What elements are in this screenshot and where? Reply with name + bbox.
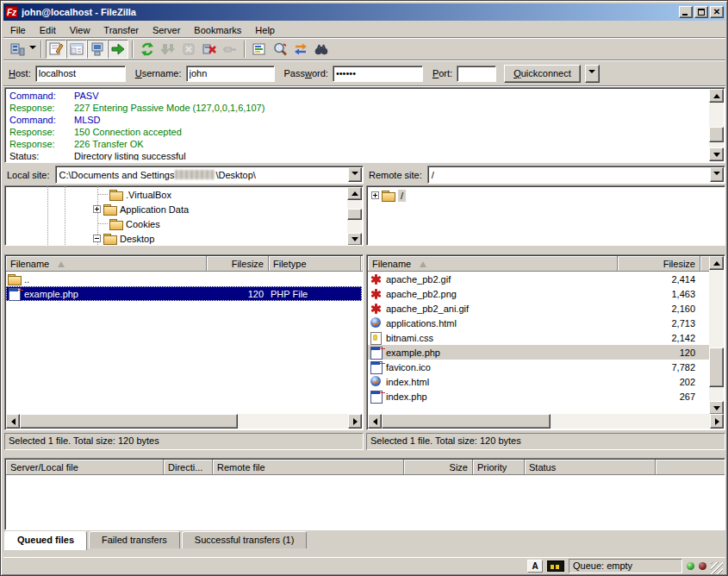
scroll-down-button[interactable]	[709, 401, 724, 415]
scroll-down-button[interactable]	[709, 147, 724, 161]
scroll-up-button[interactable]	[347, 187, 362, 200]
quickconnect-button[interactable]: Quickconnect	[504, 65, 581, 83]
scroll-down-button[interactable]	[347, 233, 362, 246]
tab-failed-transfers[interactable]: Failed transfers	[89, 531, 180, 548]
site-manager-dropdown[interactable]	[28, 40, 37, 59]
scroll-left-button[interactable]	[368, 414, 382, 429]
remote-site-dropdown[interactable]	[710, 167, 724, 182]
v-scrollbar-thumb[interactable]	[709, 127, 724, 142]
menu-transfer[interactable]: Transfer	[96, 23, 146, 37]
scroll-right-button[interactable]	[710, 414, 724, 429]
host-input[interactable]	[35, 66, 126, 82]
local-site-combobox[interactable]: C:\Documents and Settings\Desktop\	[55, 166, 364, 184]
menu-edit[interactable]: Edit	[33, 23, 63, 37]
cancel-operation-button[interactable]	[178, 40, 199, 59]
tree-item-virtualbox[interactable]: .VirtualBox	[97, 187, 171, 202]
file-row[interactable]: index.html202	[368, 374, 709, 389]
host-label: Host:	[9, 68, 31, 78]
quickconnect-dropdown[interactable]	[585, 65, 600, 83]
queue-header-direction[interactable]: Directi...	[164, 460, 213, 475]
tab-queued-files[interactable]: Queued files	[4, 531, 87, 550]
menu-view[interactable]: View	[63, 23, 97, 37]
image-file-icon	[370, 303, 383, 315]
expand-icon[interactable]	[93, 205, 101, 213]
php-file-icon	[370, 391, 383, 403]
find-files-button[interactable]	[311, 40, 332, 59]
tree-item-cookies[interactable]: Cookies	[97, 216, 160, 231]
file-row[interactable]: favicon.ico7,782	[368, 360, 709, 374]
port-input[interactable]	[457, 66, 496, 82]
log-line: Status:Directory listing successful	[7, 150, 708, 160]
minimize-button[interactable]	[679, 6, 693, 18]
queue-header-status[interactable]: Status	[525, 460, 656, 475]
synchronized-browsing-button[interactable]	[290, 40, 311, 59]
column-header-filesize[interactable]: Filesize	[618, 256, 700, 272]
refresh-button[interactable]	[137, 40, 158, 59]
v-scrollbar-thumb[interactable]	[709, 347, 724, 387]
username-input[interactable]	[186, 66, 275, 82]
queue-header-priority[interactable]: Priority	[473, 460, 525, 475]
password-input[interactable]	[333, 66, 423, 82]
scroll-up-button[interactable]	[709, 89, 724, 103]
file-row[interactable]: index.php267	[368, 389, 709, 404]
tree-guide	[65, 186, 65, 245]
file-row[interactable]: applications.html2,713	[368, 316, 709, 330]
chevron-down-icon	[588, 70, 595, 77]
expand-icon[interactable]	[371, 191, 379, 199]
file-row[interactable]: apache_pb2.png1,463	[368, 286, 709, 301]
transfer-queue: Server/Local file Directi... Remote file…	[4, 458, 725, 530]
queue-header-local-file[interactable]: Server/Local file	[6, 460, 164, 475]
v-scrollbar-thumb[interactable]	[347, 209, 362, 220]
tab-successful-transfers[interactable]: Successful transfers (1)	[182, 531, 308, 548]
reconnect-button[interactable]	[220, 40, 240, 59]
scroll-right-button[interactable]	[348, 414, 362, 429]
sort-ascending-icon	[58, 261, 65, 267]
message-log-icon	[48, 41, 64, 57]
local-site-label: Local site:	[4, 170, 55, 180]
file-row[interactable]: bitnami.css2,142	[368, 330, 709, 345]
column-header-filesize[interactable]: Filesize	[207, 256, 269, 272]
scroll-left-button[interactable]	[6, 414, 20, 429]
file-row-parent[interactable]: ..	[6, 272, 362, 286]
h-scrollbar-thumb[interactable]	[382, 414, 551, 429]
file-row[interactable]: apache_pb2.gif2,414	[368, 272, 709, 286]
menu-bookmarks[interactable]: Bookmarks	[187, 23, 248, 37]
toggle-transfer-queue-button[interactable]	[108, 40, 128, 59]
local-site-dropdown[interactable]	[348, 167, 362, 182]
queue-header-size[interactable]: Size	[404, 460, 473, 475]
speed-limit-icon	[547, 560, 564, 572]
toggle-message-log-button[interactable]	[46, 40, 66, 59]
column-header-filetype[interactable]: Filetype	[269, 256, 361, 272]
queue-header-filler	[656, 460, 725, 475]
disconnect-button[interactable]	[199, 40, 220, 59]
file-row-example-php[interactable]: example.php120	[368, 345, 709, 360]
menu-file[interactable]: File	[3, 23, 33, 37]
resize-grip[interactable]	[711, 562, 723, 574]
toolbar-separator	[40, 41, 42, 58]
scroll-up-button[interactable]	[709, 256, 724, 270]
h-scrollbar-thumb[interactable]	[20, 414, 238, 429]
css-file-icon	[370, 332, 383, 344]
column-header-filename[interactable]: Filename	[368, 256, 618, 272]
menu-help[interactable]: Help	[248, 23, 282, 37]
menu-server[interactable]: Server	[146, 23, 187, 37]
tree-item-application-data[interactable]: Application Data	[93, 202, 189, 216]
column-header-filename[interactable]: Filename	[6, 256, 207, 272]
directory-comparison-button[interactable]	[270, 40, 290, 59]
tree-item-root[interactable]: /	[371, 188, 406, 203]
close-button[interactable]: ✕	[710, 6, 724, 18]
collapse-icon[interactable]	[93, 235, 101, 242]
remote-site-combobox[interactable]: /	[427, 166, 725, 184]
tree-item-desktop[interactable]: Desktop	[93, 231, 154, 246]
toggle-remote-tree-button[interactable]	[87, 40, 108, 59]
process-queue-button[interactable]	[158, 40, 178, 59]
queue-header-remote-file[interactable]: Remote file	[213, 460, 404, 475]
toggle-local-tree-button[interactable]	[66, 40, 87, 59]
log-line: Command:PASV	[7, 90, 708, 102]
maximize-button[interactable]	[694, 6, 708, 18]
filter-button[interactable]	[249, 40, 270, 59]
site-manager-button[interactable]	[7, 40, 28, 59]
file-row[interactable]: apache_pb2_ani.gif2,160	[368, 301, 709, 316]
column-header-lastmodified[interactable]: L	[361, 256, 364, 272]
file-row-example-php[interactable]: example.php 120 PHP File 1	[6, 286, 362, 301]
